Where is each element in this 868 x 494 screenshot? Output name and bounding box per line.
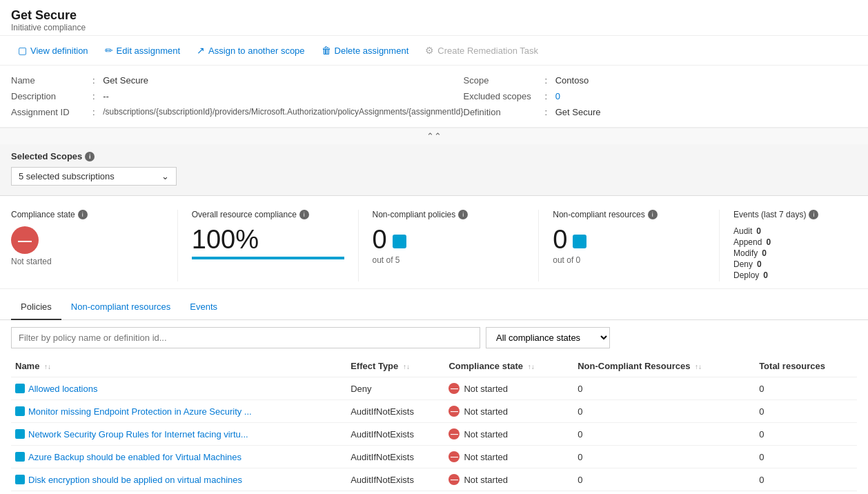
col-non-compliant-resources: Non-Compliant Resources ↑↓ [573, 355, 755, 377]
policy-link-4[interactable]: Disk encryption should be applied on vir… [15, 475, 342, 485]
assign-icon: ↗ [197, 45, 205, 56]
policy-table-wrap: Name ↑↓ Effect Type ↑↓ Compliance state … [0, 355, 868, 491]
policy-link-1[interactable]: Monitor missing Endpoint Protection in A… [15, 406, 342, 417]
resources-cube-icon [573, 235, 586, 248]
non-compliant-resources-info-icon[interactable]: i [648, 210, 658, 219]
policy-table: Name ↑↓ Effect Type ↑↓ Compliance state … [11, 355, 857, 491]
cell-name-4: Disk encryption should be applied on vir… [11, 468, 346, 491]
edit-assignment-button[interactable]: ✏ Edit assignment [98, 41, 188, 59]
tab-policies[interactable]: Policies [11, 295, 61, 320]
assignment-id-value: /subscriptions/{subscriptionId}/provider… [103, 107, 463, 117]
effect-sort-icon[interactable]: ↑↓ [403, 363, 410, 370]
cell-compliance-4: Not started [444, 468, 573, 491]
policy-cube-icon-4 [15, 475, 25, 484]
definition-row: Definition : Get Secure [464, 106, 858, 119]
policies-cube-icon [393, 235, 406, 248]
cell-total-4: 0 [755, 468, 857, 491]
cell-total-1: 0 [755, 400, 857, 423]
compliance-sort-icon[interactable]: ↑↓ [528, 363, 535, 370]
assignment-id-row: Assignment ID : /subscriptions/{subscrip… [11, 106, 464, 119]
cell-effect-4: AuditIfNotExists [346, 468, 444, 491]
col-compliance-state: Compliance state ↑↓ [444, 355, 573, 377]
non-compliant-sort-icon[interactable]: ↑↓ [695, 363, 702, 370]
name-row: Name : Get Secure [11, 74, 464, 87]
name-label: Name [11, 75, 87, 86]
cell-compliance-2: Not started [444, 423, 573, 446]
policy-cube-icon-0 [15, 384, 25, 393]
non-compliant-policies-count: 0 [373, 226, 525, 253]
policy-link-0[interactable]: Allowed locations [15, 384, 342, 394]
compliance-state-dropdown[interactable]: All compliance states [486, 327, 610, 348]
table-row: Network Security Group Rules for Interne… [11, 423, 857, 446]
scopes-section: Selected Scopes i 5 selected subscriptio… [0, 144, 868, 196]
status-icon-1 [448, 406, 460, 417]
cell-compliance-1: Not started [444, 400, 573, 423]
collapse-button[interactable]: ⌃⌃ [0, 128, 868, 144]
event-append: Append 0 [733, 237, 843, 247]
compliance-state-block: Compliance state i Not started [11, 210, 177, 281]
scope-row: Scope : Contoso [464, 74, 858, 87]
status-icon-3 [448, 451, 460, 462]
metrics-row: Compliance state i Not started Overall r… [0, 196, 868, 289]
non-compliant-policies-title: Non-compliant policies i [373, 210, 525, 219]
tab-non-compliant-resources[interactable]: Non-compliant resources [61, 295, 181, 320]
events-info-icon[interactable]: i [809, 210, 818, 219]
non-compliant-resources-count: 0 [553, 226, 705, 253]
overall-compliance-info-icon[interactable]: i [299, 210, 309, 219]
compliance-state-icon [11, 226, 39, 254]
non-compliant-resources-title: Non-compliant resources i [553, 210, 705, 219]
cell-name-0: Allowed locations [11, 377, 346, 400]
cell-compliance-3: Not started [444, 446, 573, 468]
status-icon-4 [448, 474, 460, 485]
details-section: Name : Get Secure Scope : Contoso Descri… [0, 66, 868, 128]
table-row: Disk encryption should be applied on vir… [11, 468, 857, 491]
scopes-info-icon[interactable]: i [85, 152, 95, 161]
create-remediation-button[interactable]: ⚙ Create Remediation Task [418, 41, 545, 59]
policy-link-2[interactable]: Network Security Group Rules for Interne… [15, 429, 342, 439]
policy-filter-input[interactable] [11, 327, 480, 348]
cell-non-compliant-3: 0 [573, 446, 755, 468]
description-label: Description [11, 91, 87, 101]
delete-assignment-button[interactable]: 🗑 Delete assignment [315, 41, 416, 59]
page-subtitle: Initiative compliance [11, 23, 857, 32]
view-definition-button[interactable]: ▢ View definition [11, 41, 95, 59]
assignment-id-label: Assignment ID [11, 107, 87, 117]
event-audit: Audit 0 [733, 226, 843, 236]
policy-cube-icon-1 [15, 406, 25, 416]
page-header: Get Secure Initiative compliance [0, 0, 868, 36]
event-deny: Deny 0 [733, 259, 843, 269]
status-icon-2 [448, 428, 460, 439]
cell-effect-3: AuditIfNotExists [346, 446, 444, 468]
progress-bar-fill [192, 257, 344, 259]
col-total-resources: Total resources [755, 355, 857, 377]
table-row: Azure Backup should be enabled for Virtu… [11, 446, 857, 468]
compliance-state-info-icon[interactable]: i [78, 210, 88, 219]
status-icon-0 [448, 383, 460, 394]
overall-compliance-value: 100% [192, 226, 344, 253]
assign-to-scope-button[interactable]: ↗ Assign to another scope [190, 41, 311, 59]
event-modify: Modify 0 [733, 248, 843, 258]
policy-cube-icon-2 [15, 429, 25, 439]
scope-label: Scope [464, 75, 540, 86]
cell-effect-1: AuditIfNotExists [346, 400, 444, 423]
view-definition-icon: ▢ [18, 45, 27, 56]
description-value: -- [103, 91, 109, 101]
events-title: Events (last 7 days) i [733, 210, 843, 219]
scopes-dropdown[interactable]: 5 selected subscriptions ⌄ [11, 167, 177, 186]
compliance-state-title: Compliance state i [11, 210, 164, 219]
definition-value: Get Secure [555, 107, 601, 117]
cell-total-2: 0 [755, 423, 857, 446]
tab-events[interactable]: Events [180, 295, 227, 320]
excluded-scopes-label: Excluded scopes [464, 91, 540, 101]
name-sort-icon[interactable]: ↑↓ [44, 363, 51, 370]
cell-non-compliant-2: 0 [573, 423, 755, 446]
non-compliant-resources-block: Non-compliant resources i 0 out of 0 [538, 210, 719, 281]
non-compliant-policies-info-icon[interactable]: i [458, 210, 468, 219]
table-row: Monitor missing Endpoint Protection in A… [11, 400, 857, 423]
cell-total-0: 0 [755, 377, 857, 400]
policy-link-3[interactable]: Azure Backup should be enabled for Virtu… [15, 452, 342, 462]
name-value: Get Secure [103, 75, 148, 86]
excluded-scopes-value[interactable]: 0 [555, 91, 560, 101]
cell-non-compliant-4: 0 [573, 468, 755, 491]
delete-icon: 🗑 [322, 45, 331, 56]
